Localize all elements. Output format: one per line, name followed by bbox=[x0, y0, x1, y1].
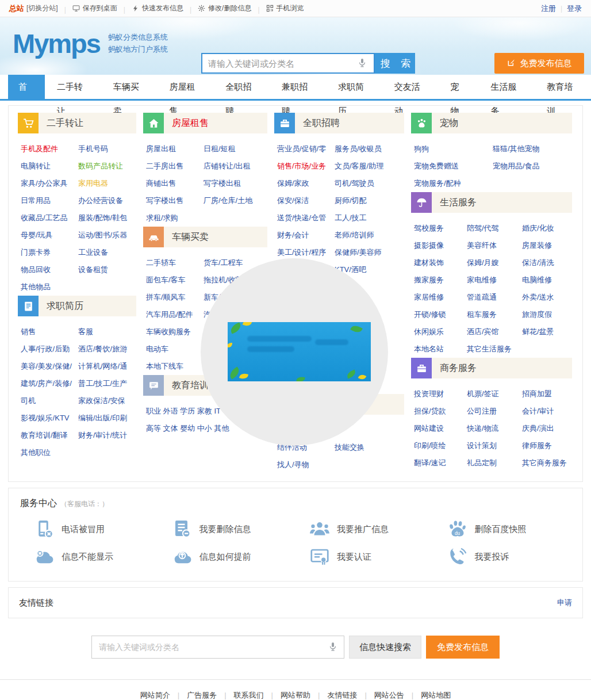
category-link[interactable]: 财务/会计 bbox=[277, 230, 335, 240]
category-link[interactable]: 找人/寻物 bbox=[277, 460, 335, 470]
category-link[interactable]: 本地名站 bbox=[414, 344, 467, 354]
category-link[interactable]: 驾校服务 bbox=[414, 223, 467, 234]
nav-item-3[interactable]: 房屋租售 bbox=[158, 75, 214, 99]
apply-link[interactable]: 申请 bbox=[557, 598, 572, 608]
footer-link-1[interactable]: 广告服务 bbox=[187, 691, 217, 699]
category-link[interactable]: 人事/行政/后勤 bbox=[21, 344, 78, 354]
category-link[interactable]: 租车服务 bbox=[467, 309, 522, 320]
category-link[interactable]: 婚庆/化妆 bbox=[522, 223, 571, 234]
category-link[interactable]: 房屋出租 bbox=[146, 144, 204, 154]
monitor-shortcut[interactable]: 保存到桌面 bbox=[72, 3, 117, 13]
category-link[interactable]: 招商加盟 bbox=[522, 389, 571, 399]
category-link[interactable]: 收藏品/工艺品 bbox=[21, 213, 78, 223]
category-link[interactable]: 汽车用品/配件 bbox=[146, 309, 204, 320]
category-link[interactable]: 鲜花/盆景 bbox=[522, 327, 571, 337]
category-link[interactable]: 销售 bbox=[21, 327, 78, 337]
footer-link-3[interactable]: 网站帮助 bbox=[281, 691, 310, 699]
nav-item-0[interactable]: 首页 bbox=[8, 75, 45, 99]
quick-search-button[interactable]: 信息快速搜索 bbox=[349, 636, 421, 659]
ad-image[interactable] bbox=[228, 322, 371, 381]
category-link[interactable]: 搬家服务 bbox=[414, 275, 467, 285]
category-link[interactable]: 电动车 bbox=[146, 344, 204, 354]
category-link[interactable]: 财务/审计/统计 bbox=[78, 430, 135, 441]
category-link[interactable]: 二手房出售 bbox=[146, 161, 204, 171]
category-link[interactable]: 建筑/房产/装修/ bbox=[21, 378, 78, 389]
service-item-cloud-error[interactable]: 信息不能显示 bbox=[20, 546, 158, 567]
category-link[interactable]: 门票卡券 bbox=[21, 247, 78, 258]
category-link[interactable]: 印刷/喷绘 bbox=[414, 441, 467, 451]
site-name-link[interactable]: 总站 bbox=[9, 3, 24, 14]
qr-shortcut[interactable]: 手机浏览 bbox=[266, 3, 304, 13]
category-link[interactable]: 司机 bbox=[21, 396, 78, 406]
category-link[interactable]: 影视/娱乐/KTV bbox=[21, 413, 78, 423]
category-link[interactable]: 建材装饰 bbox=[414, 258, 467, 268]
category-link[interactable]: 服装/配饰/鞋包 bbox=[78, 213, 135, 223]
service-item-phone-blocked[interactable]: 电话被冒用 bbox=[20, 519, 158, 540]
category-link[interactable]: 公司注册 bbox=[467, 406, 522, 416]
category-link[interactable]: 家电维修 bbox=[467, 275, 522, 285]
footer-link-0[interactable]: 网站简介 bbox=[140, 691, 170, 699]
site-logo[interactable]: Mymps bbox=[13, 30, 100, 57]
category-link[interactable]: 销售/市场/业务 bbox=[277, 161, 335, 171]
category-link[interactable]: 机票/签证 bbox=[467, 389, 522, 399]
category-link[interactable]: 家政保洁/安保 bbox=[78, 396, 135, 406]
category-link[interactable]: 手机及配件 bbox=[21, 144, 78, 154]
nav-item-6[interactable]: 求职简历 bbox=[326, 75, 382, 99]
nav-item-9[interactable]: 生活服务 bbox=[478, 75, 535, 99]
footer-link-5[interactable]: 网站公告 bbox=[374, 691, 404, 699]
service-item-baidu-paw[interactable]: du删除百度快照 bbox=[433, 519, 571, 540]
category-link[interactable]: 求租/求购 bbox=[146, 213, 204, 223]
nav-item-1[interactable]: 二手转让 bbox=[45, 75, 101, 99]
nav-item-7[interactable]: 交友活动 bbox=[382, 75, 439, 99]
category-link[interactable]: 母婴/玩具 bbox=[21, 230, 78, 240]
category-link[interactable]: 其他职位 bbox=[21, 447, 78, 458]
category-link[interactable]: 家用电器 bbox=[78, 178, 135, 189]
category-link[interactable]: 其它生活服务 bbox=[467, 344, 522, 354]
category-link[interactable]: 物品回收 bbox=[21, 265, 78, 275]
category-link[interactable]: 保洁/清洗 bbox=[522, 258, 571, 268]
category-link[interactable]: 宠物用品/食品 bbox=[493, 161, 571, 171]
category-link[interactable]: 摄影摄像 bbox=[414, 240, 467, 251]
category-link[interactable]: 设计策划 bbox=[467, 441, 522, 451]
category-link[interactable]: 厨师/切配 bbox=[335, 196, 403, 206]
lightning-shortcut[interactable]: 快速发布信息 bbox=[132, 3, 183, 13]
category-link[interactable]: 律师服务 bbox=[522, 441, 571, 451]
category-link[interactable]: 房屋装修 bbox=[522, 240, 571, 251]
category-link[interactable]: 工业设备 bbox=[78, 247, 135, 258]
category-link[interactable]: 家具/办公家具 bbox=[21, 178, 78, 189]
category-link[interactable]: 酒店/餐饮/旅游 bbox=[78, 344, 135, 354]
service-item-doc-delete[interactable]: 我要删除信息 bbox=[158, 519, 296, 540]
category-link[interactable]: 担保/贷款 bbox=[414, 406, 467, 416]
service-item-people-group[interactable]: 我要推广信息 bbox=[296, 519, 433, 540]
category-link[interactable]: 设备租赁 bbox=[78, 265, 135, 275]
nav-item-5[interactable]: 兼职招聘 bbox=[270, 75, 326, 99]
category-link[interactable]: 电脑维修 bbox=[522, 275, 571, 285]
category-link[interactable]: 礼品定制 bbox=[467, 458, 522, 468]
category-link[interactable]: 编辑/出版/印刷 bbox=[78, 413, 135, 423]
search-input[interactable] bbox=[201, 53, 375, 74]
category-link[interactable]: 美容纤体 bbox=[467, 240, 522, 251]
nav-item-8[interactable]: 宠物 bbox=[438, 75, 478, 99]
category-link[interactable]: 商铺出售 bbox=[146, 178, 204, 189]
category-link[interactable]: 普工/技工/生产 bbox=[78, 378, 135, 389]
category-link[interactable]: 保姆/家政 bbox=[277, 178, 335, 189]
category-link[interactable]: 电脑转让 bbox=[21, 161, 78, 171]
bottom-publish-button[interactable]: 免费发布信息 bbox=[426, 636, 500, 659]
category-link[interactable]: 车辆收购服务 bbox=[146, 327, 204, 337]
search-button[interactable]: 搜 索 bbox=[375, 53, 415, 74]
register-link[interactable]: 注册 bbox=[541, 4, 556, 13]
nav-item-10[interactable]: 教育培训 bbox=[535, 75, 591, 99]
category-link[interactable]: 二手轿车 bbox=[146, 258, 204, 268]
category-link[interactable]: 陪驾/代驾 bbox=[467, 223, 522, 234]
category-link[interactable]: 老师/培训师 bbox=[335, 230, 403, 240]
category-link[interactable]: 营业员/促销/零 bbox=[277, 144, 335, 154]
category-link[interactable]: 计算机/网络/通 bbox=[78, 361, 135, 372]
category-link[interactable]: 运动/图书/乐器 bbox=[78, 230, 135, 240]
category-link[interactable]: 拼车/顺风车 bbox=[146, 292, 204, 303]
category-link[interactable]: 管道疏通 bbox=[467, 292, 522, 303]
category-link[interactable]: 其他物品 bbox=[21, 282, 78, 292]
category-link[interactable]: 保健师/美容师 bbox=[335, 247, 403, 258]
category-link[interactable]: 翻译/速记 bbox=[414, 458, 467, 468]
category-link[interactable]: 酒店/宾馆 bbox=[467, 327, 522, 337]
category-link[interactable]: 教育培训/翻译 bbox=[21, 430, 78, 441]
